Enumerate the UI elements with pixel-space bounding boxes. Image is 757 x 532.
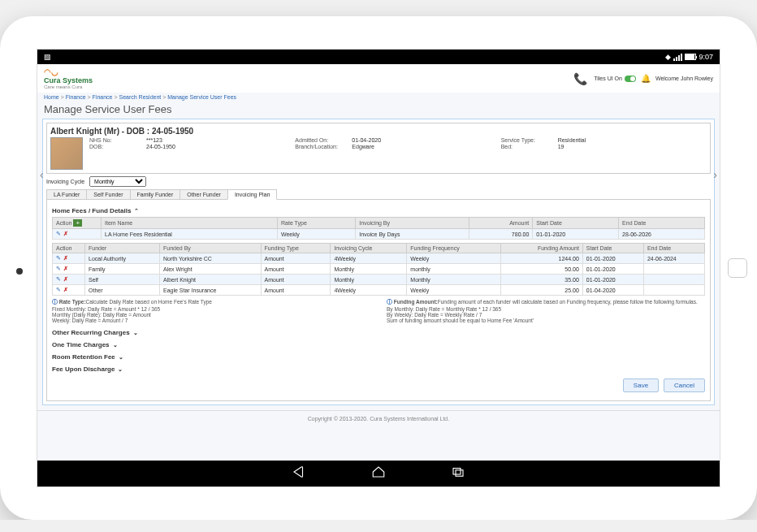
phone-icon[interactable]: 📞 [573, 72, 587, 85]
android-nav-bar [37, 461, 720, 487]
section-recurring[interactable]: Other Recurring Charges⌄ [52, 327, 705, 339]
android-status-bar: ▧ ◆ 9:07 [37, 50, 720, 64]
cancel-button[interactable]: Cancel [664, 378, 705, 392]
page-title: Manage Service User Fees [37, 102, 720, 117]
delete-icon[interactable]: ✗ [63, 255, 68, 261]
breadcrumb: Home > Finance > Finance > Search Reside… [37, 93, 720, 102]
funders-table: Action Funder Funded By Funding Type Inv… [52, 243, 705, 296]
wifi-icon: ◆ [665, 53, 671, 61]
delete-icon[interactable]: ✗ [63, 231, 68, 236]
invoicing-cycle-select[interactable]: Monthly [89, 176, 146, 187]
breadcrumb-item[interactable]: Search Resident [119, 94, 162, 100]
tab-family-funder[interactable]: Family Funder [130, 189, 181, 200]
svg-rect-1 [456, 470, 463, 477]
funding-amount-note: ⓘ Funding Amount:Funding amount of each … [387, 299, 705, 323]
breadcrumb-item[interactable]: Home [44, 94, 59, 100]
battery-icon [685, 54, 696, 60]
breadcrumb-item: Manage Service User Fees [167, 94, 236, 100]
table-row: ✎✗ Self Albert Knight Amount Monthly Mon… [53, 275, 705, 285]
user-name-line: Albert Knight (Mr) - DOB : 24-05-1950 [50, 127, 707, 136]
rate-type-note: ⓘ Rate Type:Calculate Daily Rate based o… [52, 299, 370, 323]
back-button[interactable] [292, 465, 306, 482]
welcome-user[interactable]: Welcome John Rowley [655, 76, 713, 81]
home-fees-table: Action + Item Name Rate Type Invoicing B… [52, 217, 705, 240]
chevron-down-icon: ⌄ [118, 366, 123, 372]
next-user-arrow[interactable]: › [713, 168, 717, 181]
breadcrumb-item[interactable]: Finance [66, 94, 86, 100]
tab-self-funder[interactable]: Self Funder [86, 189, 130, 200]
tiles-ui-toggle[interactable] [625, 76, 636, 82]
screenshot-icon: ▧ [44, 53, 51, 61]
tablet-home-button[interactable] [728, 258, 747, 278]
svg-rect-0 [453, 469, 461, 475]
user-photo [50, 137, 83, 170]
tab-other-funder[interactable]: Other Funder [180, 189, 228, 200]
breadcrumb-item[interactable]: Finance [93, 94, 113, 100]
delete-icon[interactable]: ✗ [63, 276, 68, 282]
table-row: ✎✗ Family Alex Wright Amount Monthly mon… [53, 264, 705, 275]
chevron-up-icon: ⌃ [134, 208, 139, 214]
info-icon: ⓘ [52, 299, 58, 305]
edit-icon[interactable]: ✎ [56, 287, 61, 292]
delete-icon[interactable]: ✗ [63, 266, 68, 271]
tab-invoicing-plan[interactable]: Invoicing Plan [227, 189, 278, 200]
add-row-button[interactable]: + [73, 219, 82, 227]
edit-icon[interactable]: ✎ [56, 231, 61, 236]
notification-bell-icon[interactable]: 🔔 [641, 74, 651, 83]
invoicing-cycle-label: Invoicing Cycle [46, 179, 84, 184]
section-discharge[interactable]: Fee Upon Discharge⌄ [52, 363, 705, 375]
chevron-down-icon: ⌄ [119, 354, 123, 360]
prev-user-arrow[interactable]: ‹ [40, 168, 44, 181]
signal-icon [673, 54, 682, 61]
edit-icon[interactable]: ✎ [56, 255, 61, 261]
app-logo[interactable]: ◠◡ Cura Systems Care means Cura [44, 67, 93, 89]
save-button[interactable]: Save [623, 378, 659, 392]
chevron-down-icon: ⌄ [113, 342, 118, 348]
tablet-camera [16, 268, 23, 275]
section-home-fees[interactable]: Home Fees / Fund Details⌃ [52, 205, 705, 217]
copyright-footer: Copyright © 2013-2020. Cura Systems Inte… [37, 410, 720, 426]
table-row: ✎✗ Local Authority North Yorkshire CC Am… [53, 253, 705, 264]
section-onetime[interactable]: One Time Charges⌄ [52, 339, 705, 351]
edit-icon[interactable]: ✎ [56, 266, 61, 271]
info-icon: ⓘ [387, 299, 392, 305]
tiles-ui-label: Tiles UI On [594, 76, 622, 81]
chevron-down-icon: ⌄ [133, 330, 138, 335]
recent-apps-button[interactable] [451, 465, 465, 482]
delete-icon[interactable]: ✗ [63, 287, 68, 292]
tab-la-funder[interactable]: LA Funder [46, 189, 87, 200]
home-button[interactable] [371, 465, 386, 482]
clock-time: 9:07 [699, 53, 713, 61]
table-row: ✎✗ Other Eagle Star Insurance Amount 4We… [53, 285, 705, 296]
table-row: ✎✗ LA Home Fees Residential Weekly Invoi… [53, 229, 705, 240]
edit-icon[interactable]: ✎ [56, 276, 61, 282]
section-retention[interactable]: Room Retention Fee⌄ [52, 351, 705, 363]
